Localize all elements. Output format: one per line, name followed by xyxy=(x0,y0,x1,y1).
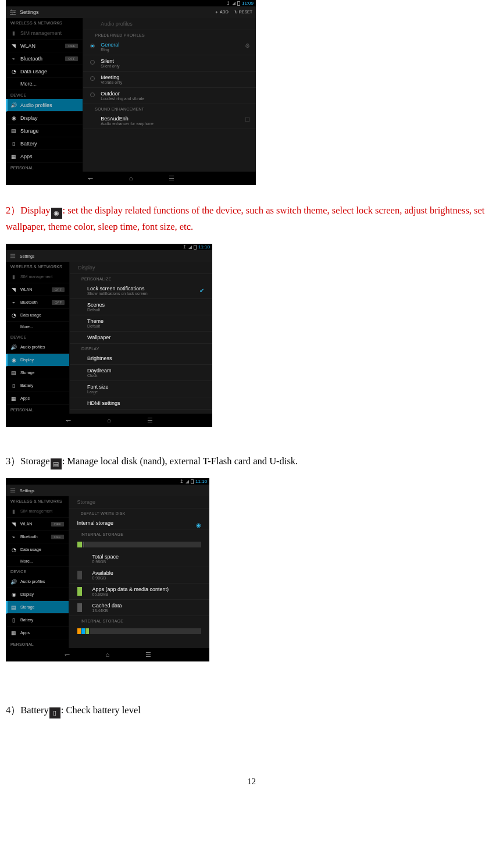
bluetooth-toggle[interactable]: OFF xyxy=(52,300,65,305)
wallpaper[interactable]: Wallpaper xyxy=(70,332,212,344)
sidebar-item-storage[interactable]: ▤Storage xyxy=(6,367,69,379)
sidebar-item-audio[interactable]: 🔊Audio profiles xyxy=(6,575,69,588)
apps-icon: ▦ xyxy=(10,629,17,636)
sidebar-item-battery[interactable]: ▯Battery xyxy=(6,614,69,627)
sidebar-item-sim[interactable]: ▮SIM management xyxy=(6,271,69,283)
bluetooth-toggle[interactable]: OFF xyxy=(65,56,78,61)
page-number: 12 xyxy=(6,777,497,787)
profile-meeting[interactable]: Meeting Vibrate only xyxy=(83,72,256,88)
sidebar-item-datausage[interactable]: ◔ Data usage xyxy=(6,65,83,78)
wlan-toggle[interactable]: OFF xyxy=(51,522,64,527)
theme[interactable]: ThemeDefault xyxy=(70,315,212,332)
sidebar-item-more[interactable]: More... xyxy=(6,556,69,567)
wlan-toggle[interactable]: OFF xyxy=(65,44,78,48)
hdmi-settings[interactable]: HDMI settings xyxy=(70,397,212,410)
sidebar-item-more[interactable]: More... xyxy=(6,322,69,332)
storage-seg xyxy=(81,628,85,634)
home-button[interactable]: ⌂ xyxy=(125,175,137,182)
sound-besaudenh[interactable]: BesAudEnh Audio enhancer for earphone ☐ xyxy=(83,113,256,129)
brightness[interactable]: Brightness xyxy=(70,353,212,365)
gear-icon[interactable]: ⚙ xyxy=(245,42,250,49)
sidebar-item-wlan[interactable]: ◥WLANOFF xyxy=(6,283,69,296)
reset-button[interactable]: ↻ RESET xyxy=(234,10,252,15)
sidebar-item-bluetooth[interactable]: ⌁ Bluetooth OFF xyxy=(6,52,83,65)
profile-outdoor[interactable]: Outdoor Loudest ring and vibrate xyxy=(83,88,256,104)
sidebar-item-display[interactable]: ◉Display xyxy=(6,354,69,367)
content-header-predefined: PREDEFINED PROFILES xyxy=(83,30,256,39)
sidebar-item-audio[interactable]: 🔊Audio profiles xyxy=(6,341,69,354)
battery-inline-icon: ▯ xyxy=(49,707,60,718)
sidebar-item-display[interactable]: ◉ Display xyxy=(6,112,83,124)
wlan-toggle[interactable]: OFF xyxy=(52,287,65,292)
svg-rect-8 xyxy=(10,258,15,258)
sidebar-item-audio[interactable]: 🔊 Audio profiles xyxy=(6,99,83,112)
add-button[interactable]: ＋ ADD xyxy=(215,9,228,15)
radio-icon xyxy=(90,93,95,97)
page-title: Settings xyxy=(20,254,34,258)
recent-button[interactable]: ☰ xyxy=(166,175,177,182)
internal-storage-radio[interactable]: Internal storage ◉ xyxy=(69,517,210,529)
bluetooth-icon: ⌁ xyxy=(10,299,17,305)
cached-data[interactable]: Cached data 13.44KB xyxy=(69,600,210,616)
storage-usage-bar xyxy=(69,538,210,551)
sidebar-item-battery[interactable]: ▯Battery xyxy=(6,379,69,392)
sidebar-item-apps[interactable]: ▦ Apps xyxy=(6,150,83,163)
sidebar-item-wlan[interactable]: ◥WLANOFF xyxy=(6,518,69,531)
sidebar-item-more[interactable]: More... xyxy=(6,78,83,90)
sidebar-item-storage[interactable]: ▤ Storage xyxy=(6,124,83,137)
svg-point-5 xyxy=(12,14,13,15)
back-button[interactable]: ↽ xyxy=(63,417,74,424)
total-space[interactable]: Total space 0.98GB xyxy=(69,551,210,567)
sidebar-header-personal: PERSONAL xyxy=(6,163,83,172)
data-usage-icon: ◔ xyxy=(10,312,17,318)
home-button[interactable]: ⌂ xyxy=(104,417,115,424)
instruction-display: 2）Display◉: set the display related func… xyxy=(6,202,497,235)
profile-general[interactable]: General Ring ⚙ xyxy=(83,39,256,55)
radio-icon xyxy=(90,44,95,48)
audio-icon: 🔊 xyxy=(10,344,17,350)
radio-on-icon: ◉ xyxy=(196,522,201,528)
back-button[interactable]: ↽ xyxy=(84,175,96,182)
sidebar-item-display[interactable]: ◉Display xyxy=(6,588,69,601)
sidebar-item-datausage[interactable]: ◔Data usage xyxy=(6,309,69,322)
storage-seg-free xyxy=(84,542,202,547)
sidebar-item-bluetooth[interactable]: ⌁BluetoothOFF xyxy=(6,296,69,309)
signal-icon xyxy=(185,480,189,483)
sidebar-item-datausage[interactable]: ◔Data usage xyxy=(6,543,69,556)
sidebar-item-apps[interactable]: ▦Apps xyxy=(6,392,69,405)
daydream[interactable]: DaydreamClock xyxy=(70,365,212,381)
svg-rect-11 xyxy=(10,492,15,493)
sidebar-item-label: Audio profiles xyxy=(20,102,52,108)
storage-seg-cached xyxy=(83,542,84,547)
svg-point-3 xyxy=(11,10,12,11)
profile-silent[interactable]: Silent Silent only xyxy=(83,55,256,72)
sidebar-item-storage[interactable]: ▤Storage xyxy=(6,601,69,614)
sidebar-item-sim[interactable]: ▮SIM management xyxy=(6,505,69,518)
signal-icon xyxy=(188,246,192,249)
recent-button[interactable]: ☰ xyxy=(142,651,154,659)
content-header-display: DISPLAY xyxy=(70,344,212,353)
content-header-default: DEFAULT WRITE DISK xyxy=(69,508,210,517)
sidebar-item-bluetooth[interactable]: ⌁BluetoothOFF xyxy=(6,531,69,543)
scenes[interactable]: ScenesDefault xyxy=(70,299,212,315)
recent-button[interactable]: ☰ xyxy=(144,417,156,424)
sidebar-item-apps[interactable]: ▦Apps xyxy=(6,627,69,639)
storage-seg xyxy=(85,628,89,634)
status-bar: ↥ 11:09 xyxy=(6,0,256,6)
sidebar-item-battery[interactable]: ▯ Battery xyxy=(6,137,83,150)
sidebar-item-label: Apps xyxy=(20,154,33,159)
screenshot-display: ↥ 11:10 Settings WIRELESS & NETWORKS ▮SI… xyxy=(6,244,212,427)
apps-space[interactable]: Apps (app data & media content) 66.60MB xyxy=(69,584,210,600)
sidebar-item-label: Battery xyxy=(20,141,37,147)
checkbox-icon[interactable]: ☐ xyxy=(245,116,250,123)
home-button[interactable]: ⌂ xyxy=(102,651,113,659)
font-size[interactable]: Font sizeLarge xyxy=(70,381,212,397)
sidebar-item-label: Bluetooth xyxy=(20,56,42,62)
lock-screen-notifications[interactable]: Lock screen notifications Show notificat… xyxy=(70,283,212,299)
check-icon[interactable]: ✔ xyxy=(199,287,204,294)
back-button[interactable]: ↽ xyxy=(61,651,73,659)
bluetooth-toggle[interactable]: OFF xyxy=(51,535,64,539)
available-space[interactable]: Available 0.90GB xyxy=(69,567,210,584)
sidebar-item-wlan[interactable]: ◥ WLAN OFF xyxy=(6,40,83,52)
sidebar-item-sim[interactable]: ▮ SIM management xyxy=(6,27,83,40)
